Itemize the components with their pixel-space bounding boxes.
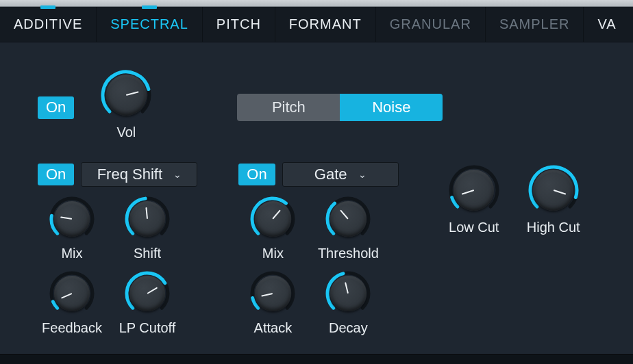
effect2-threshold-knob[interactable] — [325, 196, 371, 242]
effect1-type-dropdown[interactable]: Freq Shift ⌄ — [81, 162, 197, 187]
lowcut-wrap: Low Cut — [440, 165, 508, 235]
effect1-lpcutoff-knob[interactable] — [125, 271, 170, 316]
effect-slot-2: On Gate ⌄ Mix Threshold Attack — [238, 162, 398, 336]
tab-label: SPECTRAL — [110, 16, 188, 32]
knob-label: Mix — [262, 246, 284, 261]
effect1-shift-wrap: Shift — [113, 196, 182, 261]
tab-label: SAMPLER — [499, 16, 570, 32]
knob-label: Feedback — [42, 320, 102, 336]
lowcut-knob[interactable] — [449, 165, 499, 216]
chevron-down-icon: ⌄ — [173, 169, 182, 180]
knob-label: LP Cutoff — [119, 320, 176, 336]
highcut-knob[interactable] — [528, 165, 579, 216]
effect2-type-dropdown[interactable]: Gate ⌄ — [282, 162, 399, 187]
effect2-on-button[interactable]: On — [238, 164, 275, 185]
effect2-mix-knob[interactable] — [250, 196, 295, 242]
knob-label: Shift — [134, 246, 161, 261]
knob-label: Mix — [61, 246, 82, 261]
pitch-noise-segment: Pitch Noise — [237, 94, 443, 121]
dropdown-label: Freq Shift — [97, 166, 162, 183]
effect2-attack-wrap: Attack — [238, 271, 307, 336]
vol-label: Vol — [116, 125, 136, 140]
tab-label: ADDITIVE — [14, 16, 82, 32]
segment-noise[interactable]: Noise — [340, 94, 443, 121]
knob-label: Attack — [254, 320, 293, 336]
tab-label: VA — [597, 16, 616, 32]
effect2-attack-knob[interactable] — [250, 271, 295, 316]
effect-slot-1: On Freq Shift ⌄ Mix Shift Feedback — [38, 162, 197, 336]
effect2-decay-wrap: Decay — [314, 271, 382, 336]
effect2-mix-wrap: Mix — [238, 196, 307, 261]
chevron-down-icon: ⌄ — [358, 169, 367, 180]
tab-sampler[interactable]: SAMPLER — [486, 7, 584, 42]
effect2-threshold-wrap: Threshold — [314, 196, 382, 261]
effect1-feedback-knob[interactable] — [49, 271, 95, 316]
effect1-on-button[interactable]: On — [38, 164, 74, 185]
effect1-mix-wrap: Mix — [38, 196, 106, 261]
tab-label: FORMANT — [289, 16, 362, 32]
knob-label: High Cut — [527, 220, 580, 235]
tab-formant[interactable]: FORMANT — [275, 7, 376, 42]
tab-indicator — [40, 5, 55, 9]
tab-granular[interactable]: GRANULAR — [376, 7, 486, 42]
dropdown-label: Gate — [314, 166, 347, 183]
window-chrome — [0, 0, 633, 7]
tab-label: GRANULAR — [390, 16, 471, 32]
effect2-decay-knob[interactable] — [325, 271, 371, 316]
effect1-feedback-wrap: Feedback — [38, 271, 106, 336]
spectral-panel: On Vol Pitch Noise On Freq Shift ⌄ — [0, 42, 633, 336]
segment-pitch[interactable]: Pitch — [237, 94, 340, 121]
knob-label: Decay — [329, 320, 368, 336]
tab-additive[interactable]: ADDITIVE — [0, 7, 97, 42]
tab-row: ADDITIVE SPECTRAL PITCH FORMANT GRANULAR… — [0, 7, 633, 42]
vol-knob-wrap: Vol — [92, 70, 160, 140]
knob-label: Threshold — [318, 246, 379, 261]
tab-indicator — [142, 5, 157, 9]
tab-spectral[interactable]: SPECTRAL — [97, 7, 203, 42]
knob-label: Low Cut — [449, 220, 499, 235]
highcut-wrap: High Cut — [519, 165, 588, 235]
effect1-mix-knob[interactable] — [49, 196, 95, 242]
spectral-on-button[interactable]: On — [38, 96, 74, 118]
bottom-strip — [0, 354, 633, 364]
tab-pitch[interactable]: PITCH — [203, 7, 275, 42]
vol-knob[interactable] — [101, 70, 151, 120]
tab-label: PITCH — [216, 16, 261, 32]
effect1-shift-knob[interactable] — [125, 196, 170, 242]
tab-va[interactable]: VA — [584, 7, 630, 42]
effect1-lpcutoff-wrap: LP Cutoff — [113, 271, 182, 336]
